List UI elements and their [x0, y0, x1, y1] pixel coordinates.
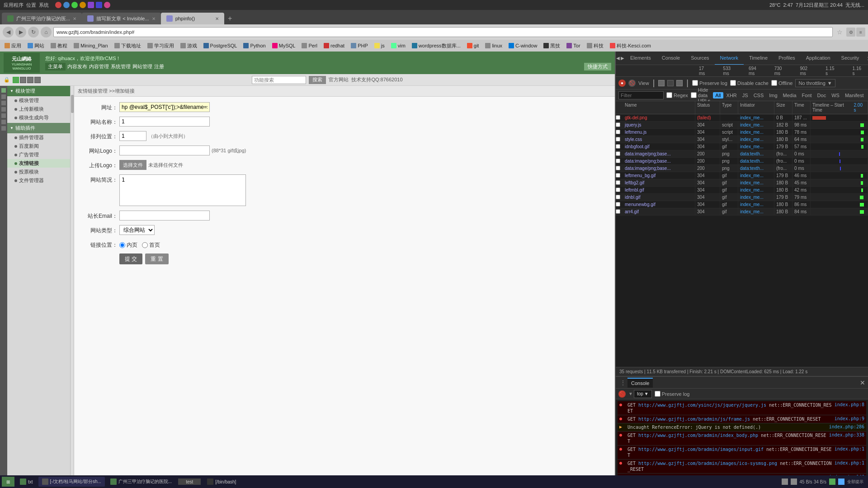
bookmark-mining[interactable]: Mining_Plan [71, 41, 111, 50]
console-link-5[interactable]: http://www.gzjftj.com/bradmin/images/ico… [638, 461, 777, 466]
cms-layout-btn-1[interactable] [13, 77, 19, 83]
os-icon-5[interactable] [88, 2, 94, 8]
form-input-url[interactable] [119, 102, 210, 112]
taskbar-test-item[interactable]: test [178, 479, 201, 485]
extensions-icon[interactable]: ⚙ [846, 28, 855, 37]
header-name[interactable]: Name [623, 101, 695, 114]
row-cb-12[interactable] [616, 195, 620, 199]
radio-input-home[interactable] [142, 242, 148, 248]
taskbar-item-txt[interactable]: txt [16, 477, 37, 487]
row-cb-9[interactable] [616, 173, 620, 178]
table-row[interactable]: leftmenu.js 304 script index_me... 180 B… [616, 129, 868, 136]
cms-nav-vote-module[interactable]: 投票模块 [7, 168, 70, 176]
os-pos[interactable]: 位置 [26, 2, 36, 9]
cms-site-manage[interactable]: 网站管理 [132, 63, 152, 70]
header-time[interactable]: Time [793, 101, 811, 114]
scroll-thumb[interactable] [71, 95, 74, 113]
bookmark-mysql[interactable]: MySQL [269, 41, 298, 50]
header-timeline[interactable]: Timeline – Start Time 2.00 s [811, 101, 868, 114]
cms-section-plugins[interactable]: ▼ 辅助插件 [7, 123, 70, 133]
cms-side-icon-2[interactable] [1, 94, 6, 99]
sidebar-scroll[interactable] [71, 86, 74, 475]
filter-type-font[interactable]: Font [800, 92, 814, 99]
bookmark-wordpress[interactable]: wordpress数据库... [409, 41, 463, 50]
table-row[interactable]: jquery.js 304 script index_me... 182 B 9… [616, 122, 868, 129]
cms-side-icon-1[interactable] [1, 88, 6, 93]
bookmark-cwindow[interactable]: C-window [506, 41, 540, 50]
row-cb-6[interactable] [616, 151, 620, 156]
table-row[interactable]: leftmbl.gif 304 gif index_me... 180 B 42… [616, 187, 868, 194]
radio-input-inner[interactable] [119, 242, 125, 248]
offline-checkbox[interactable]: Offline [771, 80, 793, 86]
form-submit-btn[interactable]: 提 交 [119, 253, 142, 264]
taskbar-system-icon[interactable]: ⊞ [2, 477, 14, 487]
bookmark-perl[interactable]: Perl [299, 41, 320, 50]
devtools-nav-arrows[interactable]: ◀ ▶ [616, 56, 625, 61]
cms-content-publish[interactable]: 内容发布 [67, 63, 87, 70]
console-close-btn[interactable]: ✕ [860, 379, 865, 386]
cms-nav-upload-module[interactable]: 上传新模块 [7, 105, 70, 113]
new-tab-button[interactable]: + [224, 13, 236, 24]
cms-nav-file-manager[interactable]: 文件管理器 [7, 176, 70, 185]
os-icon-4[interactable] [80, 2, 86, 8]
radio-inner[interactable]: 内页 [119, 241, 137, 249]
radio-home[interactable]: 首页 [142, 241, 160, 249]
preserve-log-checkbox[interactable]: Preserve log [692, 80, 727, 86]
bookmark-apps[interactable]: 应用 [2, 41, 24, 50]
form-input-email[interactable] [119, 211, 210, 221]
bookmark-hack[interactable]: 黑技 [541, 41, 563, 50]
devtools-forward[interactable]: ▶ [621, 56, 624, 61]
offline-input[interactable] [771, 80, 777, 86]
form-input-logo[interactable] [119, 145, 210, 155]
bookmark-git[interactable]: git [464, 41, 482, 50]
bookmark-star[interactable]: ☆ [835, 27, 844, 37]
cms-sys-manage[interactable]: 系统管理 [111, 63, 131, 70]
cms-quick-menu[interactable]: 快捷方式 [584, 63, 611, 70]
cms-side-icon-3[interactable] [1, 101, 6, 105]
devtools-back[interactable]: ◀ [616, 56, 620, 61]
filter-type-media[interactable]: Media [781, 92, 799, 99]
cms-nav-baidu-news[interactable]: 百度新闻 [7, 142, 70, 150]
os-icon-6[interactable] [96, 2, 102, 8]
os-icon-1[interactable] [55, 2, 61, 8]
table-row[interactable]: idnbl.gif 304 gif index_me... 179 B 79 m… [616, 194, 868, 201]
cms-nav-friendlinks[interactable]: 友情链接 [7, 159, 70, 168]
row-cb-8[interactable] [616, 166, 620, 170]
header-type[interactable]: Type [720, 101, 738, 114]
form-textarea-desc[interactable]: 1 [119, 174, 246, 206]
console-top-dropdown[interactable]: top ▼ [634, 390, 652, 398]
bookmark-download[interactable]: 下载地址 [112, 41, 144, 50]
row-cb-13[interactable] [616, 202, 620, 206]
table-row[interactable]: style.css 304 styl... index_me... 180 B … [616, 136, 868, 143]
throttling-dropdown[interactable]: No throttling ▼ [795, 79, 835, 87]
browser-tab-2[interactable]: 描写新文章 < Invisible... ✕ [82, 13, 160, 24]
filter-type-css[interactable]: CSS [751, 92, 766, 99]
tab-close-1[interactable]: ✕ [73, 16, 76, 21]
bookmark-php[interactable]: PHP [348, 41, 371, 50]
browser-tab-3[interactable]: phpinfo() ✕ [161, 13, 224, 24]
console-link-3[interactable]: http://www.gzjftj.com/bradmin/index_body… [638, 433, 758, 438]
cms-side-icon-6[interactable] [1, 120, 6, 124]
console-preserve-log[interactable]: Preserve log [655, 391, 690, 397]
table-row[interactable]: data:image/png;base... 200 png data:text… [616, 150, 868, 158]
cms-nav-module-wizard[interactable]: 模块生成向导 [7, 113, 70, 122]
upload-file-btn[interactable]: 选择文件 [119, 160, 146, 170]
function-search-btn[interactable]: 搜索 [309, 76, 326, 84]
form-input-rank[interactable] [119, 131, 146, 141]
row-cb-7[interactable] [616, 159, 620, 163]
view-icon-3[interactable] [676, 80, 683, 86]
bookmark-website[interactable]: 网站 [25, 41, 47, 50]
cms-layout-btn-4[interactable] [34, 77, 41, 83]
devtools-tab-network[interactable]: Network [715, 52, 744, 65]
cms-side-icon-5[interactable] [1, 113, 6, 118]
bookmark-vim[interactable]: vim [388, 41, 408, 50]
console-clear-btn[interactable]: 🚫 [618, 390, 626, 398]
bookmark-linux[interactable]: linux [482, 41, 505, 50]
filter-type-js[interactable]: JS [740, 92, 750, 99]
disable-cache-input[interactable] [730, 80, 736, 86]
cms-official-site[interactable]: 官方网站 [329, 76, 349, 83]
console-link-4[interactable]: http://www.gzjftj.com/bradmin/images/inp… [638, 447, 764, 452]
bookmark-postgresql[interactable]: PostgreSQL [201, 41, 240, 50]
refresh-button[interactable]: ↻ [28, 27, 39, 38]
console-options-btn[interactable]: ⋮ [618, 380, 627, 386]
